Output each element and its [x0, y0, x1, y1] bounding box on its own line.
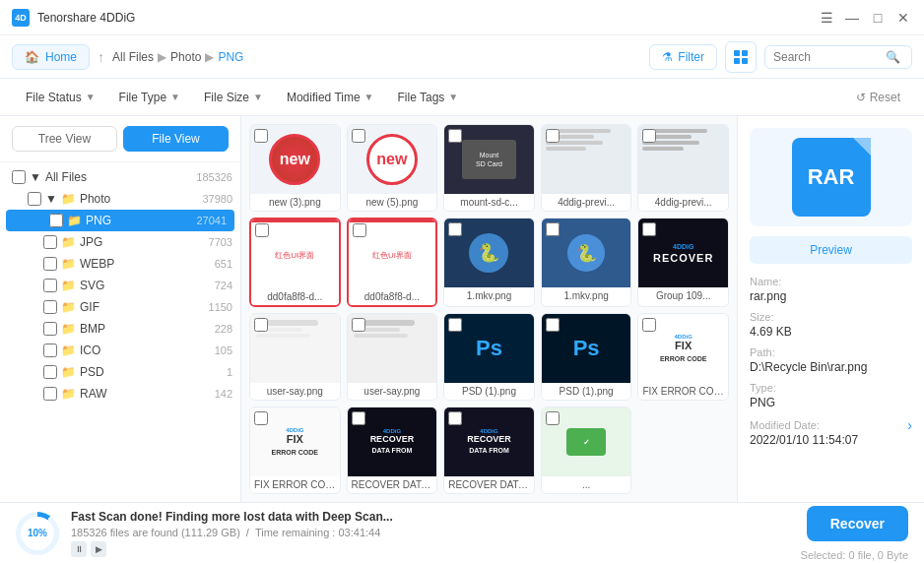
breadcrumb-allfiles[interactable]: All Files — [112, 50, 154, 64]
grid-icon — [733, 49, 749, 65]
progress-value: 10% — [21, 517, 54, 550]
file-view-button[interactable]: File View — [123, 126, 229, 152]
file-checkbox[interactable] — [353, 223, 366, 237]
gif-checkbox[interactable] — [43, 300, 57, 314]
file-checkbox[interactable] — [546, 318, 560, 332]
file-name: 4ddig-previ... — [542, 194, 631, 211]
tree-item-webp[interactable]: 📁 WEBP 651 — [0, 253, 240, 275]
nav-back-arrow[interactable]: ↑ — [98, 49, 104, 65]
search-input[interactable] — [773, 50, 882, 64]
tree-item-raw[interactable]: 📁 RAW 142 — [0, 383, 240, 405]
list-item[interactable]: new new (5).png — [347, 124, 438, 212]
list-item[interactable]: 4ddig-previ... — [541, 124, 632, 212]
reset-button[interactable]: ↺ Reset — [848, 87, 908, 108]
list-item[interactable]: 4DDiG RECOVERDATA FROM RECOVER DATA FROM… — [443, 407, 535, 494]
file-size-filter[interactable]: File Size ▼ — [194, 87, 273, 108]
tree-item-ico[interactable]: 📁 ICO 105 — [0, 340, 240, 361]
list-item[interactable]: 4DDiG RECOVERDATA FROM RECOVER DATA FROM… — [347, 407, 438, 494]
list-item[interactable]: 4DDiG FIXERROR CODE FIX ERROR CODE... — [249, 407, 341, 494]
file-checkbox[interactable] — [642, 129, 656, 143]
close-button[interactable]: ✕ — [894, 9, 912, 27]
file-checkbox[interactable] — [448, 318, 462, 332]
title-bar: 4D Tenorshare 4DDiG ☰ — □ ✕ — [0, 0, 924, 35]
allfiles-checkbox[interactable] — [12, 170, 26, 184]
tree-view-button[interactable]: Tree View — [12, 126, 117, 152]
file-checkbox[interactable] — [546, 129, 560, 143]
filter-label: Filter — [678, 50, 704, 64]
file-checkbox[interactable] — [254, 318, 268, 332]
file-checkbox[interactable] — [448, 411, 462, 425]
list-item[interactable]: user-say.png — [249, 313, 341, 401]
toolbar: File Status ▼ File Type ▼ File Size ▼ Mo… — [0, 79, 924, 116]
ico-checkbox[interactable] — [43, 344, 57, 357]
list-item[interactable]: user-say.png — [347, 313, 438, 401]
maximize-button[interactable]: □ — [869, 9, 887, 27]
file-checkbox[interactable] — [254, 411, 268, 425]
file-name: new (3).png — [250, 194, 340, 211]
list-item[interactable]: 4ddig-previ... — [637, 124, 729, 212]
file-checkbox[interactable] — [352, 129, 365, 143]
list-item[interactable]: 红色UI界面 dd0fa8f8-d... — [347, 218, 438, 307]
svg-checkbox[interactable] — [43, 279, 57, 292]
tree-item-allfiles[interactable]: ▼ All Files 185326 — [0, 166, 240, 188]
tree-item-png[interactable]: 📁 PNG 27041 — [6, 210, 234, 231]
file-status-filter[interactable]: File Status ▼ — [16, 87, 105, 108]
tree-item-bmp[interactable]: 📁 BMP 228 — [0, 318, 240, 340]
minimize-button[interactable]: — — [843, 9, 861, 27]
tree-item-psd[interactable]: 📁 PSD 1 — [0, 361, 240, 383]
list-item[interactable]: 红色UI界面 dd0fa8f8-d... — [249, 218, 341, 307]
tree-item-jpg[interactable]: 📁 JPG 7703 — [0, 231, 240, 253]
breadcrumb-png[interactable]: PNG — [218, 50, 243, 64]
file-checkbox[interactable] — [642, 318, 656, 332]
scan-separator: / — [246, 527, 249, 538]
file-checkbox[interactable] — [546, 222, 560, 236]
file-checkbox[interactable] — [448, 129, 462, 143]
list-item[interactable]: MountSD Card mount-sd-c... — [443, 124, 535, 212]
stop-button[interactable]: ▶ — [91, 541, 106, 557]
pause-button[interactable]: ⏸ — [71, 541, 87, 557]
list-item[interactable]: Ps PSD (1).png — [541, 313, 632, 401]
webp-checkbox[interactable] — [43, 257, 57, 271]
file-checkbox[interactable] — [352, 411, 365, 425]
tree-item-photo[interactable]: ▼ 📁 Photo 37980 — [0, 188, 240, 210]
list-item[interactable]: 4DDiG FIXERROR CODE FIX ERROR CODE... — [637, 313, 729, 401]
filter-button[interactable]: ⚗ Filter — [649, 44, 717, 70]
raw-checkbox[interactable] — [43, 387, 57, 401]
png-checkbox[interactable] — [49, 214, 63, 227]
file-checkbox[interactable] — [255, 223, 269, 237]
reset-icon: ↺ — [856, 91, 866, 104]
grid-view-button[interactable] — [725, 41, 757, 73]
file-type-filter[interactable]: File Type ▼ — [109, 87, 190, 108]
hamburger-icon[interactable]: ☰ — [818, 9, 835, 27]
gif-label: GIF — [80, 300, 99, 314]
file-tags-filter[interactable]: File Tags ▼ — [388, 87, 469, 108]
preview-button[interactable]: Preview — [750, 236, 912, 264]
recover-button[interactable]: Recover — [807, 506, 908, 541]
breadcrumb-photo[interactable]: Photo — [170, 50, 201, 64]
tree-item-gif[interactable]: 📁 GIF 1150 — [0, 296, 240, 318]
modified-time-filter[interactable]: Modified Time ▼ — [277, 87, 384, 108]
list-item[interactable]: Ps PSD (1).png — [443, 313, 535, 401]
jpg-label: JPG — [80, 235, 102, 249]
search-box[interactable]: 🔍 — [764, 45, 912, 69]
file-checkbox[interactable] — [448, 222, 462, 236]
file-checkbox[interactable] — [352, 318, 365, 332]
tree-item-svg[interactable]: 📁 SVG 724 — [0, 275, 240, 296]
file-checkbox[interactable] — [546, 411, 560, 425]
file-checkbox[interactable] — [254, 129, 268, 143]
jpg-checkbox[interactable] — [43, 235, 57, 249]
list-item[interactable]: new new (3).png — [249, 124, 341, 212]
more-arrow[interactable]: › — [907, 417, 912, 433]
home-button[interactable]: 🏠 Home — [12, 44, 90, 70]
list-item[interactable]: ✓ ... — [541, 407, 632, 494]
bmp-checkbox[interactable] — [43, 322, 57, 336]
file-name: mount-sd-c... — [444, 194, 534, 211]
psd-checkbox[interactable] — [43, 365, 57, 379]
list-item[interactable]: 🐍 1.mkv.png — [541, 218, 632, 307]
file-checkbox[interactable] — [642, 222, 656, 236]
list-item[interactable]: 4DDiG RECOVER Group 109... — [637, 218, 729, 307]
list-item[interactable]: 🐍 1.mkv.png — [443, 218, 535, 307]
reset-label: Reset — [870, 91, 900, 104]
photo-label: Photo — [80, 192, 110, 206]
photo-checkbox[interactable] — [28, 192, 41, 206]
